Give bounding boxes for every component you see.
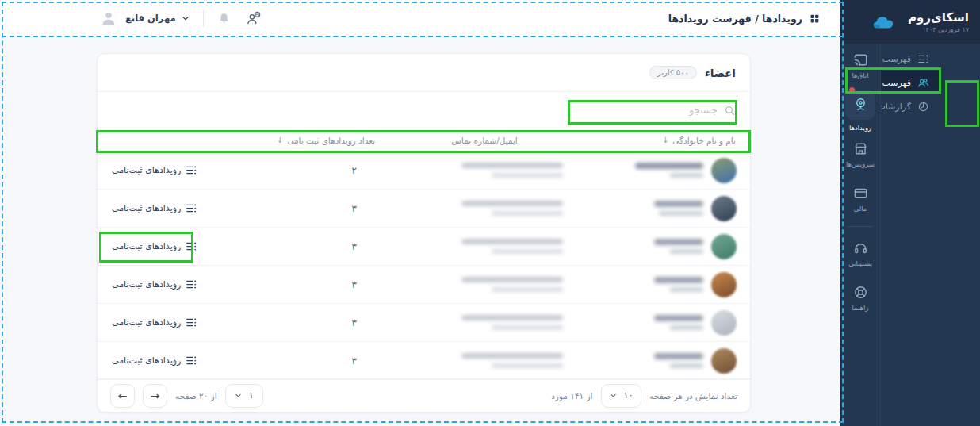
search-icon (724, 105, 736, 117)
blurred-contact (393, 277, 576, 292)
page-select[interactable]: ۱ (225, 384, 263, 408)
table-row: ۳ رویدادهای ثبت‌نامی (98, 228, 750, 266)
table-row: ۲ رویدادهای ثبت‌نامی (98, 152, 750, 190)
column-header-name[interactable]: نام و نام خانوادگی ↓ (576, 136, 750, 145)
list-icon (186, 317, 197, 328)
column-header-count[interactable]: تعداد رویدادهای ثبت نامی ↓ (258, 136, 393, 145)
blurred-contact (393, 163, 576, 178)
notification-dot (849, 87, 855, 93)
avatar-icon (100, 10, 117, 27)
search-box (571, 105, 736, 117)
registered-count: ۳ (258, 279, 393, 290)
avatar (711, 196, 737, 221)
registered-count: ۳ (258, 241, 393, 252)
rail-item-billing[interactable]: مالی (840, 177, 880, 221)
registered-events-link-highlighted[interactable]: رویدادهای ثبت‌نامی (98, 240, 258, 252)
user-cluster: مهران قانع (100, 0, 262, 36)
users-count-badge: ۵۰۰ کاربر (649, 66, 697, 79)
search-row (98, 92, 750, 129)
brand-date: ۱۷ فروردین ۱۴۰۳ (922, 26, 969, 33)
next-page-button[interactable]: → (143, 384, 167, 408)
blurred-contact (393, 239, 576, 254)
avatar (711, 234, 737, 259)
brand-header: اسکای‌روم ۱۷ فروردین ۱۴۰۳ (840, 0, 980, 44)
registered-count: ۳ (258, 203, 393, 214)
card-header: اعضاء ۵۰۰ کاربر (98, 54, 750, 92)
blurred-name (635, 163, 703, 169)
table-row: ۳ رویدادهای ثبت‌نامی (98, 342, 750, 380)
pager-group: ۱ از ۲۰ صفحه → ← (110, 384, 263, 408)
table-row: ۳ رویدادهای ثبت‌نامی (98, 266, 750, 304)
user-menu[interactable]: مهران قانع (125, 13, 176, 24)
cloud-icon (871, 13, 901, 31)
list-icon (186, 202, 197, 214)
sort-down-icon[interactable]: ↓ (277, 136, 283, 144)
notifications-bell-icon[interactable] (217, 12, 231, 25)
registered-count: ۲ (258, 165, 393, 176)
members-card: اعضاء ۵۰۰ کاربر نام و نام خانوادگی ↓ ایم… (97, 53, 751, 413)
avatar (711, 348, 737, 374)
rail-item-events[interactable]: رویدادها (840, 88, 880, 132)
rail-item-rooms[interactable]: اتاق‌ها (840, 44, 880, 88)
chevron-down-icon (610, 392, 617, 399)
registered-count: ۳ (258, 355, 393, 367)
main-area: رویدادها / فهرست رویدادها مهران قانع (0, 0, 840, 426)
sort-down-icon[interactable]: ↓ (662, 136, 668, 144)
report-clock-icon (917, 101, 929, 113)
credit-card-icon (853, 186, 868, 201)
grid-icon (810, 13, 820, 24)
breadcrumb: رویدادها / فهرست رویدادها (668, 13, 802, 25)
brand-name: اسکای‌روم (908, 10, 969, 25)
app-root: رویدادها / فهرست رویدادها مهران قانع (0, 0, 980, 426)
per-page-group: تعداد نمایش در هر صفحه ۱۰ از ۱۴۱ مورد (551, 384, 737, 408)
shop-icon (853, 141, 868, 156)
registered-events-link[interactable]: رویدادهای ثبت‌نامی (98, 202, 258, 214)
column-header-contact: ایمیل/شماره تماس (393, 136, 576, 145)
blurred-name (654, 201, 703, 207)
avatar (711, 272, 737, 297)
registered-events-link[interactable]: رویدادهای ثبت‌نامی (98, 317, 258, 328)
blurred-name (654, 353, 703, 359)
registered-events-link[interactable]: رویدادهای ثبت‌نامی (98, 278, 258, 290)
list-icon (186, 355, 197, 367)
header-divider (203, 10, 204, 27)
sidebar: اسکای‌روم ۱۷ فروردین ۱۴۰۳ فهرست رویدادها… (840, 0, 980, 426)
table-row: ۳ رویدادهای ثبت‌نامی (98, 190, 750, 228)
invite-users-icon[interactable] (246, 10, 262, 26)
rail-item-support[interactable]: پشتیبانی (840, 232, 880, 276)
total-items-label: از ۱۴۱ مورد (551, 391, 592, 401)
blurred-contact (393, 353, 576, 368)
registered-events-link[interactable]: رویدادهای ثبت‌نامی (98, 164, 258, 176)
rail-item-help[interactable]: راهنما (840, 276, 880, 320)
lifebuoy-icon (853, 285, 868, 300)
arrow-right-icon: → (151, 390, 160, 402)
registered-events-link[interactable]: رویدادهای ثبت‌نامی (98, 355, 258, 367)
chevron-down-icon[interactable] (182, 14, 189, 22)
rail-item-services[interactable]: سرویس‌ها (840, 132, 880, 177)
list-icon (186, 164, 197, 176)
list-icon (186, 240, 197, 252)
prev-page-button[interactable]: ← (110, 384, 135, 408)
list-icon (917, 53, 929, 65)
avatar (711, 158, 737, 183)
chevron-down-icon (235, 392, 242, 399)
blurred-name (654, 239, 703, 245)
total-pages-label: از ۲۰ صفحه (175, 391, 217, 401)
pagination-bar: تعداد نمایش در هر صفحه ۱۰ از ۱۴۱ مورد ۱ … (98, 378, 750, 412)
active-nav-tile (845, 90, 875, 120)
table-header-row: نام و نام خانوادگی ↓ ایمیل/شماره تماس تع… (98, 129, 750, 152)
top-header: رویدادها / فهرست رویدادها مهران قانع (0, 0, 840, 36)
users-icon (917, 77, 929, 89)
registered-count: ۳ (258, 317, 393, 328)
screen-cast-icon (853, 52, 868, 67)
headset-icon (853, 240, 868, 255)
per-page-select[interactable]: ۱۰ (601, 384, 642, 408)
per-page-label: تعداد نمایش در هر صفحه (649, 391, 737, 401)
avatar (711, 310, 737, 336)
blurred-name (654, 277, 703, 283)
table-row: ۳ رویدادهای ثبت‌نامی (98, 304, 750, 342)
search-input[interactable] (579, 105, 718, 116)
card-title: اعضاء (705, 67, 736, 79)
rail-divider (848, 226, 873, 227)
blurred-contact (393, 201, 576, 216)
